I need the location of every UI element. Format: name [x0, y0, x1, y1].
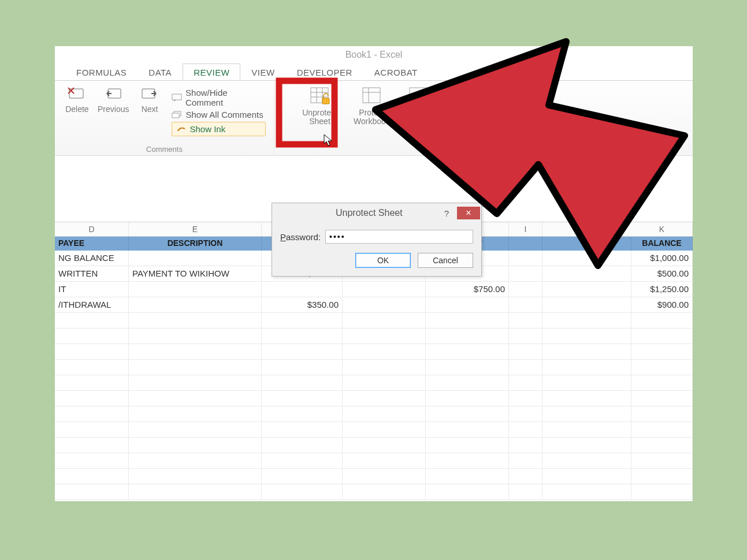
cell[interactable]: [509, 297, 542, 313]
help-button[interactable]: ?: [438, 208, 455, 218]
share-workbook-icon: [407, 85, 430, 106]
cell[interactable]: PAYMENT TO WIKIHOW: [129, 266, 262, 282]
table-row[interactable]: /ITHDRAWAL $350.00 $900.00: [55, 297, 693, 313]
comments-icon: [172, 111, 182, 119]
show-hide-label: Show/Hide Comment: [185, 88, 266, 107]
table-row[interactable]: [55, 422, 693, 438]
show-all-comments-button[interactable]: Show All Comments: [172, 110, 266, 120]
previous-label: Previous: [98, 104, 129, 114]
cell[interactable]: NG BALANCE: [55, 251, 129, 266]
previous-comment-button[interactable]: Previous: [96, 83, 131, 141]
table-row[interactable]: [55, 328, 693, 344]
table-row[interactable]: [55, 469, 693, 484]
next-comment-button[interactable]: Next: [132, 83, 168, 141]
table-row[interactable]: [55, 438, 693, 453]
next-label: Next: [142, 104, 158, 114]
ok-button[interactable]: OK: [355, 253, 411, 268]
cell[interactable]: [129, 251, 262, 266]
svg-rect-5: [172, 113, 179, 118]
cell[interactable]: [129, 282, 262, 297]
cell[interactable]: [542, 266, 631, 282]
hdr-balance: BALANCE: [631, 237, 693, 251]
dialog-titlebar: Unprotect Sheet ? ×: [272, 203, 481, 223]
cell[interactable]: [129, 297, 262, 313]
tab-data[interactable]: DATA: [137, 64, 183, 80]
cell[interactable]: [542, 251, 631, 266]
svg-rect-16: [279, 81, 335, 144]
cell[interactable]: $750.00: [426, 282, 509, 297]
cell[interactable]: [343, 282, 426, 297]
svg-rect-12: [363, 88, 380, 103]
show-all-label: Show All Comments: [185, 110, 263, 120]
cell[interactable]: $500.00: [631, 266, 693, 282]
hdr-payee: PAYEE: [55, 237, 129, 251]
delete-comment-icon: [67, 85, 87, 103]
previous-icon: [103, 85, 123, 103]
password-label: Password:: [280, 232, 321, 242]
cell[interactable]: [509, 266, 542, 282]
col-E[interactable]: E: [129, 222, 262, 236]
dialog-title: Unprotect Sheet: [336, 208, 403, 218]
table-row[interactable]: [55, 453, 693, 469]
cell[interactable]: [542, 282, 631, 297]
hdr-blank: [509, 237, 542, 251]
close-icon: ×: [466, 208, 471, 218]
svg-rect-15: [410, 88, 427, 103]
table-row[interactable]: [55, 484, 693, 500]
ink-icon: [177, 125, 186, 133]
comments-group-label: Comments: [146, 145, 183, 155]
protect-workbook-button[interactable]: Protect Workbook: [347, 83, 397, 126]
svg-rect-3: [172, 94, 181, 100]
password-input[interactable]: [325, 230, 473, 244]
cell[interactable]: [262, 282, 343, 297]
delete-comment-button[interactable]: Delete: [60, 83, 95, 141]
show-ink-label: Show Ink: [189, 124, 225, 134]
tab-formulas[interactable]: FORMULAS: [65, 64, 137, 80]
ribbon: Delete Previous Next: [55, 81, 693, 156]
cell[interactable]: $350.00: [262, 297, 343, 313]
cell[interactable]: IT: [55, 282, 129, 297]
table-row[interactable]: [55, 375, 693, 391]
table-row[interactable]: [55, 406, 693, 422]
close-button[interactable]: ×: [457, 207, 480, 219]
excel-window: Book1 - Excel FORMULAS DATA REVIEW VIEW …: [55, 46, 693, 501]
share-workbook-button[interactable]: [399, 83, 439, 126]
col-I[interactable]: I: [509, 222, 542, 236]
cell[interactable]: $900.00: [631, 297, 693, 313]
ribbon-group-comments: Delete Previous Next: [55, 81, 274, 156]
ribbon-tabs: FORMULAS DATA REVIEW VIEW DEVELOPER ACRO…: [55, 64, 693, 81]
col-D[interactable]: D: [55, 222, 129, 236]
cell[interactable]: [509, 251, 542, 266]
table-row[interactable]: [55, 360, 693, 375]
cell[interactable]: [343, 297, 426, 313]
show-ink-button[interactable]: Show Ink: [172, 122, 266, 136]
table-row[interactable]: [55, 313, 693, 328]
table-row[interactable]: [55, 344, 693, 360]
comment-options: Show/Hide Comment Show All Comments Show…: [168, 83, 269, 141]
cell[interactable]: $1,000.00: [631, 251, 693, 266]
show-hide-comment-button[interactable]: Show/Hide Comment: [172, 88, 266, 107]
hdr-description: DESCRIPTION: [129, 237, 262, 251]
grid[interactable]: NG BALANCE $1,000.00 WRITTEN PAYMENT TO …: [55, 251, 693, 500]
window-title: Book1 - Excel: [55, 46, 693, 64]
cell[interactable]: $1,250.00: [631, 282, 693, 297]
cell[interactable]: /ITHDRAWAL: [55, 297, 129, 313]
col-K[interactable]: K: [631, 222, 693, 236]
tab-review[interactable]: REVIEW: [183, 64, 240, 80]
cell[interactable]: [542, 297, 631, 313]
comment-icon: [172, 94, 182, 102]
delete-label: Delete: [65, 104, 88, 114]
protect-workbook-label: Protect Workbook: [354, 108, 390, 126]
cancel-button[interactable]: Cancel: [418, 253, 473, 268]
cell[interactable]: [509, 282, 542, 297]
tab-acrobat[interactable]: ACROBAT: [363, 64, 429, 80]
cell[interactable]: [426, 297, 509, 313]
table-row[interactable]: [55, 391, 693, 406]
unprotect-sheet-dialog: Unprotect Sheet ? × Password: OK Cancel: [272, 203, 482, 277]
next-icon: [140, 85, 159, 103]
highlight-box: [276, 77, 338, 148]
protect-workbook-icon: [361, 85, 384, 106]
cell[interactable]: WRITTEN: [55, 266, 129, 282]
table-row[interactable]: IT $750.00 $1,250.00: [55, 282, 693, 297]
hdr-in: IN: [542, 237, 631, 251]
